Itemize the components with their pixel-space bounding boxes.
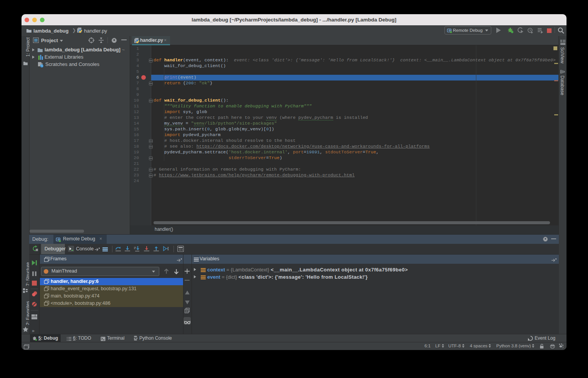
svg-text:?: ? [562, 346, 564, 349]
